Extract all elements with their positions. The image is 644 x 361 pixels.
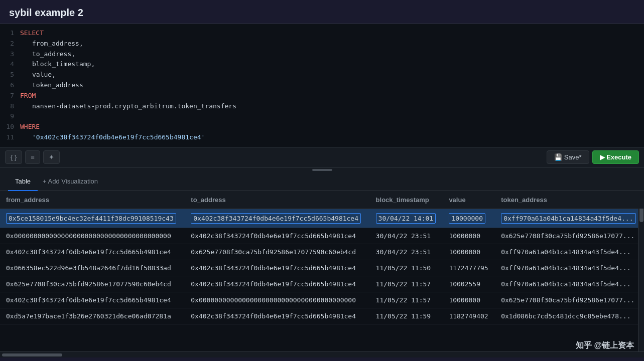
- cell-block_timestamp: 30/04/22 23:51: [370, 228, 443, 244]
- cell-from_address: 0x00000000000000000000000000000000000000…: [0, 228, 185, 244]
- col-token-address: token_address: [495, 191, 644, 209]
- cell-value: 1182749402: [443, 308, 495, 324]
- results-tabs: Table + Add Visualization: [0, 172, 644, 191]
- cell-to_address: 0x402c38f343724f0db4e6e19f7cc5d665b4981c…: [185, 260, 369, 276]
- table-header: from_address to_address block_timestamp …: [0, 191, 644, 209]
- json-view-button[interactable]: { }: [5, 150, 22, 164]
- cell-value: 10002559: [443, 276, 495, 292]
- cell-token_address: 0x625e7708f30ca75bfd92586e17077...: [495, 292, 644, 308]
- code-line-2: 2 from_address,: [0, 39, 644, 49]
- code-line-1: 1 SELECT: [0, 28, 644, 39]
- table-row: 0x066358ec522d96e3fb548a2646f7dd16f50833…: [0, 260, 644, 276]
- cell-token_address: 0x1d086bc7cd5c481dcc9c85ebe478...: [495, 308, 644, 324]
- code-line-9: 9: [0, 111, 644, 122]
- col-value: value: [443, 191, 495, 209]
- header: sybil example 2: [0, 0, 644, 24]
- code-line-4: 4 block_timestamp,: [0, 59, 644, 70]
- resize-handle[interactable]: [0, 167, 644, 172]
- table-body: 0x5ce158015e9bc4ec32ef4411f38dc99108519c…: [0, 209, 644, 324]
- cell-to_address: 0x00000000000000000000000000000000000000…: [185, 292, 369, 308]
- data-table: from_address to_address block_timestamp …: [0, 191, 644, 324]
- vertical-scrollbar[interactable]: [638, 191, 644, 351]
- code-line-5: 5 value,: [0, 70, 644, 80]
- cell-block_timestamp: 11/05/22 11:50: [370, 260, 443, 276]
- add-visualization-button[interactable]: + Add Visualization: [38, 172, 103, 190]
- table-row: 0x402c38f343724f0db4e6e19f7cc5d665b4981c…: [0, 244, 644, 260]
- code-line-6: 6 token_address: [0, 80, 644, 91]
- code-line-8: 8 nansen-datasets-prod.crypto_arbitrum.t…: [0, 101, 644, 112]
- cell-from_address: 0x066358ec522d96e3fb548a2646f7dd16f50833…: [0, 260, 185, 276]
- cell-value: 10000000: [443, 244, 495, 260]
- cell-block_timestamp: 11/05/22 11:57: [370, 276, 443, 292]
- tab-table[interactable]: Table: [8, 172, 38, 191]
- cell-from_address: 0x402c38f343724f0db4e6e19f7cc5d665b4981c…: [0, 292, 185, 308]
- cell-token_address: 0xff970a61a04b1ca14834a43f5de4...: [495, 209, 644, 228]
- cell-block_timestamp: 30/04/22 23:51: [370, 244, 443, 260]
- horizontal-scrollbar[interactable]: [0, 351, 644, 357]
- cell-value: 10000000: [443, 209, 495, 228]
- cell-from_address: 0x5ce158015e9bc4ec32ef4411f38dc99108519c…: [0, 209, 185, 228]
- cell-block_timestamp: 11/05/22 11:57: [370, 292, 443, 308]
- cell-to_address: 0x402c38f343724f0db4e6e19f7cc5d665b4981c…: [185, 228, 369, 244]
- cell-block_timestamp: 11/05/22 11:59: [370, 308, 443, 324]
- cell-token_address: 0xff970a61a04b1ca14834a43f5de4...: [495, 260, 644, 276]
- divider-grip: [312, 169, 332, 171]
- page-title: sybil example 2: [9, 7, 635, 19]
- list-icon: ≡: [31, 153, 35, 161]
- star-button[interactable]: ✦: [43, 150, 60, 164]
- table-row: 0x5ce158015e9bc4ec32ef4411f38dc99108519c…: [0, 209, 644, 228]
- table-row: 0x00000000000000000000000000000000000000…: [0, 228, 644, 244]
- code-line-10: 10 WHERE: [0, 122, 644, 132]
- cell-value: 10000000: [443, 228, 495, 244]
- cell-token_address: 0xff970a61a04b1ca14834a43f5de4...: [495, 244, 644, 260]
- save-button[interactable]: 💾 Save*: [547, 150, 589, 164]
- col-from-address: from_address: [0, 191, 185, 209]
- cell-value: 1172477795: [443, 260, 495, 276]
- cell-block_timestamp: 30/04/22 14:01: [370, 209, 443, 228]
- cell-token_address: 0x625e7708f30ca75bfd92586e17077...: [495, 228, 644, 244]
- cell-from_address: 0xd5a7e197bace1f3b26e2760321d6ce06ad0728…: [0, 308, 185, 324]
- toolbar: { } ≡ ✦ 💾 Save* ▶ Execute: [0, 147, 644, 167]
- execute-button[interactable]: ▶ Execute: [592, 150, 639, 164]
- cell-to_address: 0x402c38f343724f0db4e6e19f7cc5d665b4981c…: [185, 308, 369, 324]
- cell-to_address: 0x402c38f343724f0db4e6e19f7cc5d665b4981c…: [185, 209, 369, 228]
- data-table-container[interactable]: from_address to_address block_timestamp …: [0, 191, 644, 351]
- table-row: 0x402c38f343724f0db4e6e19f7cc5d665b4981c…: [0, 292, 644, 308]
- col-block-timestamp: block_timestamp: [370, 191, 443, 209]
- col-to-address: to_address: [185, 191, 369, 209]
- cell-to_address: 0x625e7708f30ca75bfd92586e17077590c60eb4…: [185, 244, 369, 260]
- cell-from_address: 0x625e7708f30ca75bfd92586e17077590c60eb4…: [0, 276, 185, 292]
- results-area: Table + Add Visualization from_address t…: [0, 172, 644, 357]
- code-line-3: 3 to_address,: [0, 49, 644, 60]
- cell-to_address: 0x402c38f343724f0db4e6e19f7cc5d665b4981c…: [185, 276, 369, 292]
- cell-from_address: 0x402c38f343724f0db4e6e19f7cc5d665b4981c…: [0, 244, 185, 260]
- code-editor[interactable]: 1 SELECT 2 from_address, 3 to_address, 4…: [0, 24, 644, 147]
- code-line-11: 11 '0x402c38f343724f0db4e6e19f7cc5d665b4…: [0, 132, 644, 143]
- table-row: 0xd5a7e197bace1f3b26e2760321d6ce06ad0728…: [0, 308, 644, 324]
- horizontal-scrollbar-thumb[interactable]: [2, 353, 62, 356]
- list-view-button[interactable]: ≡: [25, 150, 40, 164]
- cell-value: 10000000: [443, 292, 495, 308]
- code-line-7: 7 FROM: [0, 91, 644, 101]
- cell-token_address: 0xff970a61a04b1ca14834a43f5de4...: [495, 276, 644, 292]
- star-icon: ✦: [49, 153, 54, 161]
- table-row: 0x625e7708f30ca75bfd92586e17077590c60eb4…: [0, 276, 644, 292]
- json-icon: { }: [11, 153, 17, 161]
